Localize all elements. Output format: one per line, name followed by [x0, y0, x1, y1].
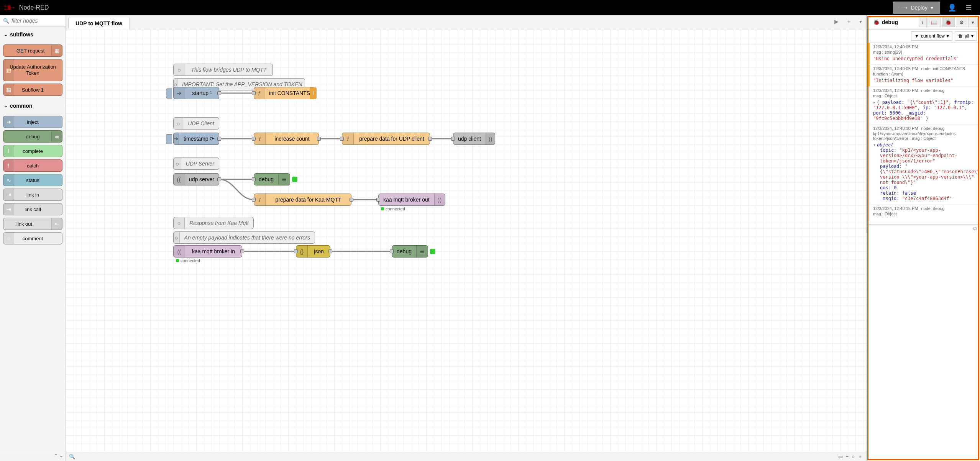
debug-clear-button[interactable]: 🗑all▾ [955, 31, 977, 41]
debug-message[interactable]: 12/3/2024, 12:40:15 PMnode: debug msg : … [867, 205, 980, 221]
output-port[interactable] [217, 91, 221, 95]
tabs-menu-icon[interactable]: ▾ [855, 15, 866, 29]
palette-link-in[interactable]: ⇥link in [3, 189, 62, 201]
menu-icon[interactable]: ☰ [961, 0, 976, 15]
debug-active-indicator[interactable] [292, 177, 297, 182]
debug-icon: ≣ [51, 131, 62, 142]
debug-active-indicator[interactable] [430, 249, 435, 254]
comment-node[interactable]: ○An empty payload indicates that there w… [173, 231, 315, 244]
output-port[interactable] [328, 249, 332, 253]
palette-subflow-update-auth[interactable]: ▦ Update Authorization Token [3, 59, 62, 81]
palette-debug[interactable]: ≣debug [3, 130, 62, 143]
output-port[interactable] [240, 249, 244, 253]
node-kaa-mqtt-in[interactable]: (( kaa mqtt broker in connected [173, 245, 242, 258]
tabs-add-icon[interactable]: ＋ [842, 15, 855, 29]
function-icon: f [254, 87, 264, 99]
tab-udp-to-mqtt[interactable]: UDP to MQTT flow [68, 17, 130, 29]
debug-message[interactable]: 12/3/2024, 12:40:10 PMnode: debug msg : … [867, 87, 980, 125]
input-port[interactable] [390, 249, 394, 253]
output-port[interactable] [217, 137, 221, 141]
inject-button[interactable] [166, 89, 172, 98]
input-port[interactable] [451, 137, 455, 141]
sidebar-config-icon[interactable]: ⚙ [956, 18, 967, 27]
node-debug-2[interactable]: debug ≣ [392, 245, 428, 258]
output-port[interactable] [217, 177, 221, 181]
palette-subflow-1[interactable]: ▦ Subflow 1 [3, 84, 62, 96]
sidebar-help-icon[interactable]: 📖 [927, 18, 941, 27]
comment-icon: ○ [174, 64, 185, 75]
node-debug-1[interactable]: debug ≣ [254, 173, 290, 185]
input-port[interactable] [252, 177, 256, 181]
palette-subflow-get-request[interactable]: ▦ GET request [3, 44, 62, 57]
output-port[interactable] [317, 137, 321, 141]
comment-node[interactable]: ○This flow bridges UDP to MQTT [173, 64, 273, 76]
canvas-search-icon[interactable]: 🔍 [69, 454, 75, 459]
sidebar-debug-icon[interactable]: 🐞 [942, 18, 955, 27]
inject-button[interactable] [166, 134, 172, 144]
input-port[interactable] [252, 198, 256, 202]
palette-collapse-down-icon[interactable]: ⌄ [59, 453, 63, 460]
deploy-button[interactable]: ⟶ Deploy ▾ [893, 2, 940, 14]
comment-icon: ○ [3, 233, 14, 244]
node-timestamp[interactable]: ➜ timestamp ⟳ [173, 133, 219, 145]
debug-message[interactable]: 12/3/2024, 12:40:05 PMnode: init CONSTAN… [867, 65, 980, 87]
chevron-down-icon: ▾ [971, 33, 973, 39]
flow-canvas[interactable]: ○This flow bridges UDP to MQTT ○IMPORTAN… [66, 29, 866, 461]
input-port[interactable] [376, 198, 380, 202]
palette-collapse-up-icon[interactable]: ⌃ [54, 453, 58, 460]
tabs-play-icon[interactable]: ▶ [831, 15, 842, 29]
output-port[interactable] [428, 137, 432, 141]
filter-input[interactable] [11, 18, 62, 24]
zoom-out-icon[interactable]: − [846, 454, 849, 459]
debug-filter-button[interactable]: ▼current flow▾ [911, 31, 952, 41]
node-startup[interactable]: ➜ startup ¹ [173, 87, 219, 99]
palette-complete[interactable]: !complete [3, 145, 62, 157]
complete-icon: ! [3, 145, 14, 157]
collapse-icon[interactable]: ▾ [873, 142, 876, 148]
palette-inject[interactable]: ➜inject [3, 116, 62, 128]
input-port[interactable] [252, 137, 256, 141]
sidebar-info-icon[interactable]: i [919, 18, 927, 27]
node-prepare-kaa[interactable]: f prepare data for Kaa MQTT [254, 194, 351, 206]
node-prepare-udp[interactable]: f prepare data for UDP client [342, 133, 430, 145]
node-init-constants[interactable]: f init CONSTANTS ! [254, 87, 315, 99]
canvas-horizontal-scrollbar[interactable] [66, 446, 866, 452]
node-udp-server[interactable]: (( udp server [173, 173, 219, 185]
expand-icon[interactable]: ▸ [873, 100, 876, 105]
palette-link-call[interactable]: ⇥link call [3, 203, 62, 215]
palette-filter[interactable]: 🔍 [0, 15, 66, 26]
palette-catch[interactable]: !catch [3, 159, 62, 172]
user-icon[interactable]: 👤 [943, 0, 961, 15]
input-port[interactable] [294, 249, 298, 253]
category-subflows[interactable]: ⌄ subflows [0, 28, 66, 41]
comment-node[interactable]: ○UDP Server [173, 157, 219, 170]
node-json[interactable]: {} json [296, 245, 330, 258]
palette-link-out[interactable]: ⇤link out [3, 218, 62, 230]
input-port[interactable] [252, 91, 256, 95]
sidebar-popout-icon[interactable]: ⧉ [973, 225, 977, 232]
node-increase-count[interactable]: f increase count [254, 133, 319, 145]
zoom-in-icon[interactable]: ＋ [858, 453, 863, 460]
debug-message[interactable]: 12/3/2024, 12:40:05 PM msg : string[29] … [867, 43, 980, 65]
sidebar-dropdown-icon[interactable]: ▾ [968, 18, 978, 27]
comment-node[interactable]: ○Response from Kaa Mqtt [173, 217, 254, 229]
debug-messages[interactable]: 12/3/2024, 12:40:05 PM msg : string[29] … [867, 43, 980, 224]
link-in-icon: ⇥ [3, 189, 14, 200]
node-udp-client[interactable]: udp client )) [453, 133, 495, 145]
sidebar-tab-debug[interactable]: 🐞 debug [869, 17, 902, 28]
debug-message[interactable]: 12/3/2024, 12:40:10 PMnode: debug kp1/<y… [867, 125, 980, 205]
chevron-down-icon: ⌄ [4, 103, 8, 108]
output-port[interactable] [350, 198, 353, 202]
zoom-reset-icon[interactable]: ○ [852, 454, 855, 459]
palette-comment[interactable]: ○comment [3, 232, 62, 244]
logo: Node-RED [4, 4, 49, 11]
svg-point-0 [4, 5, 6, 7]
network-icon: (( [174, 246, 185, 257]
debug-icon: ≣ [278, 174, 290, 185]
input-port[interactable] [340, 137, 344, 141]
comment-node[interactable]: ○UDP Client [173, 117, 219, 130]
category-common[interactable]: ⌄ common [0, 100, 66, 112]
node-kaa-mqtt-out[interactable]: kaa mqtt broker out )) connected [378, 194, 445, 206]
navigator-icon[interactable]: ▭ [838, 454, 843, 459]
palette-status[interactable]: ∿status [3, 174, 62, 186]
